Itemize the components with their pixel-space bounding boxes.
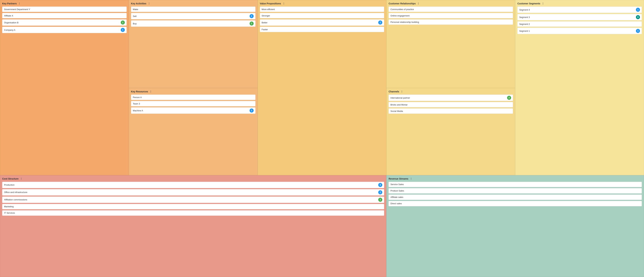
cost-structure-item[interactable]: Office and infrastructure 2 (2, 189, 384, 196)
key-resources-item[interactable]: Machine A 2 (131, 107, 256, 114)
customer-relationships-title: Customer Relationships ⋮ (388, 2, 513, 5)
value-propositions-item[interactable]: Better 2 (260, 19, 384, 26)
badge: 1 (121, 20, 125, 24)
key-resources-menu-icon[interactable]: ⋮ (150, 90, 152, 93)
badge: 2 (250, 14, 254, 18)
key-partners-menu-icon[interactable]: ⋮ (18, 2, 20, 5)
key-activities-item[interactable]: Sell 2 (131, 13, 256, 19)
customer-relationships-menu-icon[interactable]: ⋮ (417, 2, 420, 5)
value-propositions-title: Value Propositions ⋮ (260, 2, 384, 5)
key-partners-item[interactable]: Government Department Y (2, 6, 127, 12)
badge: 2 (507, 96, 511, 100)
customer-segments-menu-icon[interactable]: ⋮ (542, 2, 544, 5)
channels-item[interactable]: International partner 2 (388, 95, 513, 101)
revenue-streams-title: Revenue Streams ⋮ (388, 177, 642, 180)
value-propositions-item[interactable]: Faster (260, 27, 384, 32)
badge: 2 (378, 190, 382, 194)
revenue-streams-item[interactable]: Affiliate sales (388, 195, 642, 200)
badge: 6 (378, 183, 382, 187)
key-activities-section: Key Activities ⋮ Make Sell 2 Buy 1 (129, 0, 258, 88)
cost-structure-title: Cost Structure ⋮ (2, 177, 384, 180)
cost-structure-section: Cost Structure ⋮ Production 6 Office and… (0, 175, 386, 277)
key-activities-title: Key Activities ⋮ (131, 2, 256, 5)
badge: 1 (378, 198, 382, 202)
revenue-streams-item[interactable]: Service Sales (388, 182, 642, 187)
key-resources-section: Key Resources ⋮ Person A Team 3 Machine … (129, 88, 258, 175)
key-partners-item[interactable]: Organisation B 1 (2, 19, 127, 26)
key-resources-title: Key Resources ⋮ (131, 90, 256, 93)
badge: 1 (121, 28, 125, 32)
key-partners-item[interactable]: Company A 1 (2, 27, 127, 33)
channels-item[interactable]: Social Media (388, 108, 513, 114)
key-partners-title: Key Partners ⋮ (2, 2, 127, 5)
customer-segments-title: Customer Segments ⋮ (517, 2, 642, 5)
key-activities-menu-icon[interactable]: ⋮ (148, 2, 150, 5)
badge: 2 (250, 108, 254, 113)
key-resources-item[interactable]: Team 3 (131, 101, 256, 106)
customer-segments-item[interactable]: Segment 4 1 (517, 6, 642, 13)
customer-segments-item[interactable]: Segment 3 8 (517, 14, 642, 20)
channels-title: Channels ⋮ (388, 90, 513, 93)
badge: 8 (636, 15, 640, 19)
channels-section: Channels ⋮ International partner 2 Brick… (386, 88, 515, 175)
revenue-streams-item[interactable]: Product Sales (388, 188, 642, 194)
value-propositions-section: Value Propositions ⋮ More efficient Stro… (258, 0, 386, 175)
revenue-streams-item[interactable]: Direct sales (388, 201, 642, 206)
cost-structure-item[interactable]: Production 6 (2, 182, 384, 188)
customer-relationships-item[interactable]: Personal relationship building (388, 19, 513, 25)
key-activities-item[interactable]: Make (131, 6, 256, 12)
customer-segments-item[interactable]: Segment 2 (517, 21, 642, 27)
customer-relationships-item[interactable]: Online engagement (388, 13, 513, 18)
cost-structure-item[interactable]: Marketing (2, 204, 384, 209)
badge: 1 (636, 8, 640, 12)
cost-structure-menu-icon[interactable]: ⋮ (20, 177, 22, 180)
channels-item[interactable]: Bricks and Mortar (388, 102, 513, 107)
key-partners-item[interactable]: Affiliate X (2, 13, 127, 18)
channels-menu-icon[interactable]: ⋮ (401, 90, 403, 93)
cost-structure-item[interactable]: Affiliation commisssions 1 (2, 197, 384, 203)
customer-segments-section: Customer Segments ⋮ Segment 4 1 Segment … (515, 0, 644, 175)
value-propositions-item[interactable]: More efficient (260, 6, 384, 12)
badge: 1 (250, 21, 254, 25)
key-activities-item[interactable]: Buy 1 (131, 20, 256, 27)
value-propositions-item[interactable]: Stronger (260, 13, 384, 18)
key-partners-section: Key Partners ⋮ Government Department Y A… (0, 0, 129, 175)
customer-relationships-section: Customer Relationships ⋮ Communities of … (386, 0, 515, 88)
business-model-canvas: Key Partners ⋮ Government Department Y A… (0, 0, 644, 277)
customer-relationships-item[interactable]: Communities of practice (388, 6, 513, 12)
cost-structure-item[interactable]: IT Services (2, 210, 384, 216)
revenue-streams-menu-icon[interactable]: ⋮ (410, 177, 412, 180)
key-resources-item[interactable]: Person A (131, 95, 256, 100)
customer-segments-item[interactable]: Segment 1 1 (517, 28, 642, 34)
revenue-streams-section: Revenue Streams ⋮ Service Sales Product … (386, 175, 644, 277)
badge: 1 (636, 29, 640, 33)
badge: 2 (378, 20, 382, 24)
value-propositions-menu-icon[interactable]: ⋮ (282, 2, 285, 5)
